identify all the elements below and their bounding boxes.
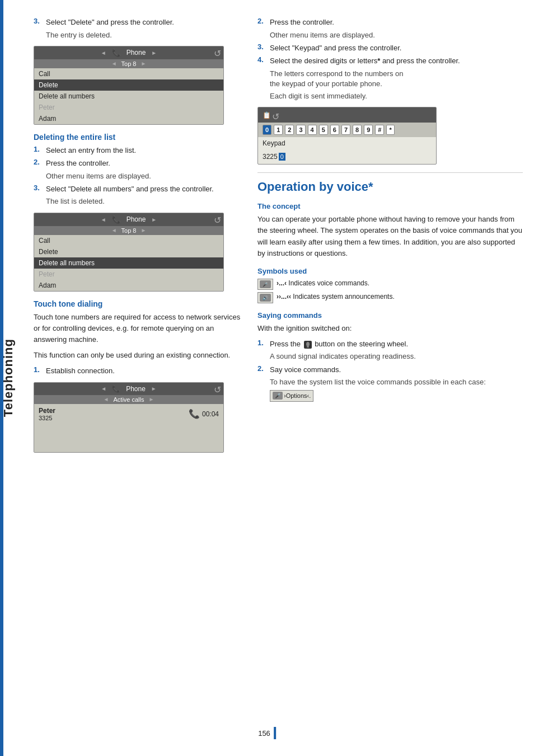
step-sub-say-1: A sound signal indicates operating readi… <box>270 351 523 361</box>
activecalls-empty <box>34 424 223 452</box>
digit-0[interactable]: 0 <box>263 125 271 135</box>
digit-star[interactable]: * <box>386 125 394 135</box>
call-time-wrap: 📞 00:04 <box>189 408 219 419</box>
step-tt-1: 1. Establish connection. <box>34 365 246 377</box>
phone-ui-2: ◄ 📞 Phone ► ↺ ◄ Top 8 ► Call Delete Dele… <box>34 213 224 292</box>
step-3-top: 3. Select "Delete" and press the control… <box>34 17 246 28</box>
phone-ui-1: ◄ 📞 Phone ► ↺ ◄ Top 8 ► Call Delete Dele… <box>34 46 224 125</box>
sub-right-arrow-2: ► <box>140 227 146 233</box>
step-del-3: 3. Select "Delete all numbers" and press… <box>34 184 246 195</box>
ac-sub-left: ◄ <box>104 396 109 402</box>
phone-menu-2: Call Delete Delete all numbers Peter Ada… <box>34 235 223 291</box>
keypad-digits-row: 0 1 2 3 4 5 6 7 8 9 # * <box>258 123 436 137</box>
sidebar-label: Telephoning <box>1 339 16 417</box>
digit-6[interactable]: 6 <box>330 125 339 135</box>
menu-item-adam-1: Adam <box>34 113 223 124</box>
digit-1[interactable]: 1 <box>274 125 283 135</box>
ac-left-arrow: ◄ <box>101 386 106 392</box>
digit-9[interactable]: 9 <box>364 125 373 135</box>
sub-left-arrow-2: ◄ <box>111 227 117 233</box>
options-text: ›Options‹. <box>284 391 311 401</box>
svg-text:🎤: 🎤 <box>263 281 268 287</box>
active-calls-ui: ◄ 📞 Phone ► ↺ ◄ Active calls ► Peter 332… <box>34 382 224 453</box>
menu-item-delete-1[interactable]: Delete <box>34 79 223 91</box>
step-num-tt-1: 1. <box>34 365 43 377</box>
step-num-del-3: 3. <box>34 184 43 195</box>
symbol-row-1: 🎤 ›...‹ Indicates voice commands. <box>257 279 523 290</box>
right-arrow-2: ► <box>151 217 157 223</box>
mic-button-icon <box>304 341 312 349</box>
step-text-tt-1: Establish connection. <box>46 365 246 377</box>
step-num-say-2: 2. <box>257 364 266 375</box>
menu-item-delete-2[interactable]: Delete <box>34 246 223 257</box>
menu-item-adam-2: Adam <box>34 280 223 291</box>
phone-subtitle-2: Top 8 <box>121 227 137 234</box>
digit-7[interactable]: 7 <box>341 125 350 135</box>
page-footer: 156 <box>258 727 276 739</box>
phone-handset-icon: 📞 <box>189 408 200 419</box>
phone-header-2: ◄ 📞 Phone ► ↺ <box>34 213 223 226</box>
step-sub-del-3: The list is deleted. <box>46 196 246 206</box>
refresh-icon-2: ↺ <box>214 215 221 226</box>
digit-8[interactable]: 8 <box>353 125 362 135</box>
keypad-ui: 📋 ↺ 0 1 2 3 4 5 6 7 8 9 # * Keypad 32 <box>257 107 437 165</box>
ac-sub-right: ► <box>149 396 154 402</box>
menu-item-peter-1: Peter <box>34 102 223 113</box>
left-arrow-1: ◄ <box>101 50 106 56</box>
concept-para: You can operate your portable phone with… <box>257 214 523 259</box>
options-mic-icon: 🎤 <box>273 392 283 400</box>
activecalls-subheader: ◄ Active calls ► <box>34 395 223 404</box>
phone-icon-1: 📞 <box>112 49 121 57</box>
step-num-del-2: 2. <box>34 158 43 169</box>
step-sub-r-2: Other menu items are displayed. <box>270 30 523 40</box>
refresh-icon-3: ↺ <box>214 384 221 395</box>
contact-name: Peter <box>39 407 55 415</box>
ac-phone-icon: 📞 <box>112 385 120 393</box>
ac-title: Phone <box>126 385 146 393</box>
ac-subtitle: Active calls <box>113 396 144 403</box>
right-column: 2. Press the controller. Other menu item… <box>257 17 523 461</box>
right-arrow-1: ► <box>151 50 157 56</box>
step-say-1: 1. Press the button on the steering whee… <box>257 339 523 350</box>
digit-3[interactable]: 3 <box>296 125 305 135</box>
symbols-heading: Symbols used <box>257 267 523 275</box>
step-text-say-1: Press the button on the steering wheel. <box>270 339 523 350</box>
step-num-r-4: 4. <box>257 55 266 67</box>
keypad-number: 3225 <box>263 153 278 161</box>
keypad-label: Keypad <box>263 139 285 147</box>
step-sub-r-4b: Each digit is sent immediately. <box>270 91 523 101</box>
step-text-del-3: Select "Delete all numbers" and press th… <box>46 184 246 195</box>
touchtone-para2: This function can only be used during an… <box>34 350 246 361</box>
step-num-r-2: 2. <box>257 17 266 28</box>
concept-heading: The concept <box>257 202 523 210</box>
keypad-number-row: 3225 0 <box>258 149 436 164</box>
saying-intro: With the ignition switched on: <box>257 323 523 334</box>
step-say-2: 2. Say voice commands. <box>257 364 523 375</box>
menu-item-deleteall-2[interactable]: Delete all numbers <box>34 257 223 269</box>
step-text-r-3: Select "Keypad" and press the controller… <box>270 43 523 54</box>
step-num-say-1: 1. <box>257 339 266 350</box>
divider <box>257 172 523 173</box>
step-text: Select "Delete" and press the controller… <box>46 17 246 28</box>
refresh-icon-keypad: ↺ <box>272 111 279 122</box>
sub-right-arrow-1: ► <box>140 60 146 67</box>
step-r-3: 3. Select "Keypad" and press the control… <box>257 43 523 54</box>
digit-4[interactable]: 4 <box>308 125 317 135</box>
digit-hash[interactable]: # <box>375 125 384 135</box>
options-line: 🎤 ›Options‹. <box>270 389 523 401</box>
keypad-cursor: 0 <box>279 153 285 161</box>
svg-rect-6 <box>307 346 309 348</box>
phone-subtitle-1: Top 8 <box>121 60 137 67</box>
digit-5[interactable]: 5 <box>319 125 328 135</box>
options-box: 🎤 ›Options‹. <box>270 390 313 402</box>
section-heading-deleting: Deleting the entire list <box>34 133 246 142</box>
svg-text:🔊: 🔊 <box>263 295 268 300</box>
step-text-say-2: Say voice commands. <box>270 364 523 375</box>
menu-item-deleteall-1[interactable]: Delete all numbers <box>34 91 223 102</box>
step-del-1: 1. Select an entry from the list. <box>34 145 246 156</box>
digit-2[interactable]: 2 <box>285 125 294 135</box>
voice-command-icon: 🎤 <box>257 279 273 290</box>
step-text-del-1: Select an entry from the list. <box>46 145 246 156</box>
phone-subheader-2: ◄ Top 8 ► <box>34 226 223 235</box>
keypad-phone-icon: 📋 <box>263 111 271 119</box>
